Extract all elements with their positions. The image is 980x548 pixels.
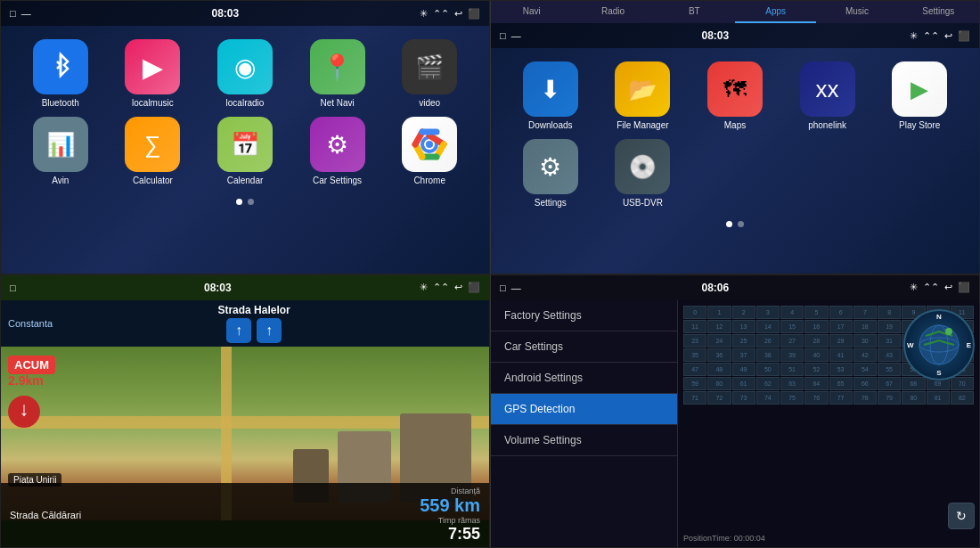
nav-current-city: Constanta (8, 318, 53, 329)
nav-destination-area: Strada Halelor ↑ ↑ (217, 304, 290, 343)
app-maps[interactable]: 🗺 Maps (693, 61, 777, 130)
tab-settings[interactable]: Settings (898, 1, 979, 23)
grid-h-7: 7 (853, 306, 877, 319)
svg-point-8 (945, 328, 952, 335)
back-icon: ↩ (454, 8, 462, 20)
dot-q2-1[interactable] (726, 221, 732, 227)
usb-icon: ⬛ (468, 8, 480, 20)
settings-bottom-right: ↻ (948, 503, 975, 529)
app-filemanager[interactable]: 📂 File Manager (601, 61, 685, 130)
grid-h-3: 3 (756, 306, 780, 319)
usb-icon-q2: ⬛ (958, 30, 970, 42)
usb-q3: ⬛ (468, 282, 480, 293)
status-left-q2: □ — (500, 30, 521, 41)
dot-q2-2[interactable] (738, 221, 744, 227)
grid-h-0: 0 (683, 306, 706, 319)
back-q4: ↩ (944, 282, 952, 293)
app-localmusic[interactable]: ▶ localmusic (111, 39, 195, 108)
bottom-street-label: Strada Căldărari (10, 510, 81, 520)
minus-icon-q2: — (511, 30, 521, 41)
app-netnavi-label: Net Navi (320, 98, 354, 108)
dot-2[interactable] (248, 199, 254, 205)
app-phonelink-label: phonelink (808, 120, 846, 130)
app-video[interactable]: 🎬 video (388, 39, 471, 108)
status-time-q1: 08:03 (211, 7, 239, 20)
app-settings-label: Settings (535, 198, 567, 208)
app-playstore[interactable]: ▶ Play Store (878, 61, 961, 130)
app-avin[interactable]: 📊 Avin (19, 117, 102, 185)
app-bluetooth-icon (33, 39, 88, 94)
compass-west: W (907, 340, 914, 348)
app-netnavi[interactable]: 📍 Net Navi (296, 39, 380, 108)
status-left-q3: □ (10, 282, 16, 293)
settings-screen: □ — 08:06 ✳ ⌃⌃ ↩ ⬛ Factory Settings Car … (490, 274, 980, 549)
apps-screen-2: Navi Radio BT Apps Music Settings □ — 08… (490, 0, 980, 274)
tab-music[interactable]: Music (816, 1, 897, 23)
settings-volume[interactable]: Volume Settings (491, 425, 677, 456)
compass-container: N S E W (903, 309, 975, 380)
app-calculator-icon: ∑ (125, 117, 180, 172)
app-calendar[interactable]: 📅 Calendar (203, 117, 287, 185)
app-grid-row1: Bluetooth ▶ localmusic ◉ localradio 📍 Ne… (1, 26, 489, 199)
expand-q4: ⌃⌃ (923, 282, 939, 293)
app-calculator[interactable]: ∑ Calculator (111, 117, 195, 185)
compass-south: S (936, 369, 941, 377)
status-right-q4: ✳ ⌃⌃ ↩ ⬛ (910, 282, 970, 293)
app-chrome[interactable]: Chrome (388, 117, 471, 185)
app-localradio-icon: ◉ (217, 39, 273, 94)
settings-gps[interactable]: GPS Detection (491, 394, 677, 425)
page-dots-q2 (491, 221, 979, 234)
settings-android[interactable]: Android Settings (491, 363, 677, 394)
app-bluetooth[interactable]: Bluetooth (19, 39, 102, 108)
dot-1[interactable] (236, 199, 242, 205)
settings-right-panel: 0 1 2 3 4 5 6 7 8 9 10 11 11121314151617… (678, 300, 979, 548)
home-icon-q4: □ (500, 282, 506, 293)
status-bar-q2: □ — 08:03 ✳ ⌃⌃ ↩ ⬛ (491, 23, 979, 48)
expand-q3: ⌃⌃ (433, 282, 449, 293)
status-bar-q1: □ — 08:03 ✳ ⌃⌃ ↩ ⬛ (1, 1, 489, 26)
distanta-label: Distanță (420, 487, 480, 495)
settings-menu: Factory Settings Car Settings Android Se… (491, 300, 678, 548)
app-filemanager-icon: 📂 (615, 61, 670, 117)
status-bar-q3: □ 08:03 ✳ ⌃⌃ ↩ ⬛ (1, 275, 489, 300)
grid-h-8: 8 (878, 306, 901, 319)
compass-north: N (936, 313, 942, 321)
home-icon-q2: □ (500, 30, 506, 41)
app-phonelink[interactable]: xx phonelink (786, 61, 870, 130)
app-carsettings[interactable]: ⚙ Car Settings (296, 117, 380, 185)
app-launcher-screen: □ — 08:03 ✳ ⌃⌃ ↩ ⬛ Bluetooth ▶ localmusi… (0, 0, 490, 274)
app-downloads[interactable]: ⬇ Downloads (509, 61, 592, 130)
nav-header: Constanta Strada Halelor ↑ ↑ (1, 300, 489, 347)
back-q3: ↩ (454, 282, 462, 293)
app-usbdvr-label: USB-DVR (623, 198, 663, 208)
app-usbdvr[interactable]: 💿 USB-DVR (601, 139, 685, 208)
app-carsettings-label: Car Settings (313, 176, 362, 185)
dist-info: Distanță 559 km Timp rămas 7:55 (420, 487, 480, 544)
tab-navi[interactable]: Navi (491, 1, 572, 23)
tab-bt[interactable]: BT (654, 1, 735, 23)
top-tabs: Navi Radio BT Apps Music Settings (491, 1, 979, 23)
app-usbdvr-icon: 💿 (615, 139, 670, 194)
app-settings[interactable]: ⚙ Settings (509, 139, 592, 208)
grid-h-2: 2 (732, 306, 755, 319)
app-localradio[interactable]: ◉ localradio (203, 39, 287, 108)
usb-q4: ⬛ (958, 282, 970, 293)
status-bar-q4: □ — 08:06 ✳ ⌃⌃ ↩ ⬛ (491, 275, 979, 300)
arrow-up-2: ↑ (257, 318, 282, 343)
bottom-street: Strada Căldărari (10, 510, 81, 520)
tab-apps[interactable]: Apps (735, 1, 816, 23)
expand-icon: ⌃⌃ (433, 8, 449, 20)
app-playstore-label: Play Store (899, 120, 940, 130)
settings-factory[interactable]: Factory Settings (491, 300, 677, 331)
settings-car[interactable]: Car Settings (491, 331, 677, 363)
refresh-button[interactable]: ↻ (948, 503, 975, 529)
status-time-q4: 08:06 (701, 282, 729, 294)
home-icon-q3: □ (10, 282, 16, 293)
app-localradio-label: localradio (226, 98, 265, 108)
tab-radio[interactable]: Radio (572, 1, 653, 23)
app-bluetooth-label: Bluetooth (42, 98, 79, 108)
app-chrome-icon (402, 117, 457, 172)
acum-badge: ACUM (8, 356, 55, 374)
position-time: PositionTime: 00:00:04 (683, 534, 765, 543)
app-settings-icon: ⚙ (523, 139, 578, 194)
